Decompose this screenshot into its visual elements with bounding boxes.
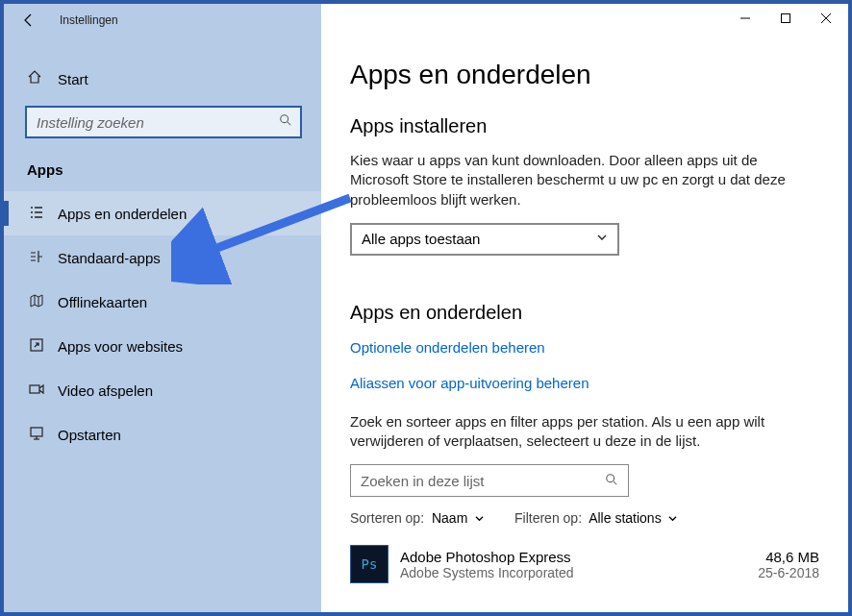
filter-placeholder: Zoeken in deze lijst (361, 473, 484, 489)
svg-point-0 (281, 115, 288, 123)
sort-dropdown[interactable]: Naam (432, 510, 484, 526)
sidebar-item-startup[interactable]: Opstarten (4, 412, 321, 456)
sidebar-item-label: Standaard-apps (58, 250, 161, 266)
app-row[interactable]: Ps Adobe Photoshop Express Adobe Systems… (350, 545, 819, 583)
features-heading: Apps en onderdelen (350, 302, 819, 324)
window-controls (725, 6, 846, 31)
titlebar: Instellingen (4, 4, 321, 33)
sidebar-item-apps-features[interactable]: Apps en onderdelen (4, 191, 321, 235)
home-button[interactable]: Start (4, 58, 321, 106)
search-input[interactable] (25, 106, 302, 138)
map-icon (27, 293, 46, 311)
sidebar-item-default-apps[interactable]: Standaard-apps (4, 235, 321, 280)
select-value: Alle apps toestaan (362, 231, 480, 247)
app-meta: 48,6 MB 25-6-2018 (758, 549, 819, 580)
video-icon (27, 382, 46, 400)
back-button[interactable] (15, 7, 42, 34)
sidebar-item-label: Opstarten (58, 427, 121, 443)
defaults-icon (27, 249, 46, 267)
main-content: Apps en onderdelen Apps installeren Kies… (321, 4, 848, 612)
close-button[interactable] (806, 6, 846, 31)
chevron-down-icon (596, 232, 608, 246)
svg-line-12 (614, 481, 617, 485)
app-size: 48,6 MB (758, 549, 819, 565)
svg-line-1 (288, 122, 291, 126)
sidebar-item-label: Apps voor websites (58, 338, 183, 355)
svg-rect-3 (30, 385, 39, 393)
svg-rect-4 (31, 428, 42, 436)
search-wrap (25, 106, 302, 138)
search-icon (605, 473, 618, 489)
open-in-icon (27, 337, 46, 356)
sort-label: Sorteren op: (350, 510, 424, 526)
filter-label: Filteren op: (514, 510, 582, 526)
features-description: Zoek en sorteer apps en filter apps per … (350, 412, 819, 452)
install-heading: Apps installeren (350, 115, 819, 137)
filter-dropdown[interactable]: Alle stations (589, 510, 677, 526)
sort-filter-row: Sorteren op: Naam Filteren op: Alle stat… (350, 510, 819, 526)
sidebar-item-label: Video afspelen (58, 382, 153, 399)
app-date: 25-6-2018 (758, 565, 819, 580)
sidebar-item-label: Offlinekaarten (58, 294, 147, 310)
page-title: Apps en onderdelen (350, 60, 819, 90)
sidebar-item-offline-maps[interactable]: Offlinekaarten (4, 280, 321, 324)
app-name: Adobe Photoshop Express (400, 549, 758, 565)
search-icon (279, 113, 292, 130)
minimize-button[interactable] (725, 6, 765, 31)
svg-point-11 (607, 475, 614, 482)
sidebar-section-header: Apps (4, 158, 321, 191)
startup-icon (27, 426, 46, 444)
window-title: Instellingen (60, 13, 118, 27)
home-label: Start (58, 71, 88, 87)
maximize-button[interactable] (765, 6, 806, 31)
sidebar-item-video-playback[interactable]: Video afspelen (4, 368, 321, 412)
app-info: Adobe Photoshop Express Adobe Systems In… (400, 549, 758, 580)
install-source-select[interactable]: Alle apps toestaan (350, 223, 619, 256)
app-list-search[interactable]: Zoeken in deze lijst (350, 464, 629, 497)
manage-aliases-link[interactable]: Aliassen voor app-uitvoering beheren (350, 375, 819, 391)
svg-rect-8 (782, 14, 790, 23)
sidebar: Instellingen Start Apps Apps en onderdel… (4, 4, 321, 612)
sidebar-item-apps-websites[interactable]: Apps voor websites (4, 324, 321, 368)
home-icon (27, 69, 46, 88)
app-publisher: Adobe Systems Incorporated (400, 565, 758, 580)
app-icon: Ps (350, 545, 388, 583)
list-icon (27, 205, 46, 223)
sidebar-item-label: Apps en onderdelen (58, 206, 187, 222)
install-description: Kies waar u apps van kunt downloaden. Do… (350, 151, 819, 209)
manage-optional-link[interactable]: Optionele onderdelen beheren (350, 339, 819, 356)
